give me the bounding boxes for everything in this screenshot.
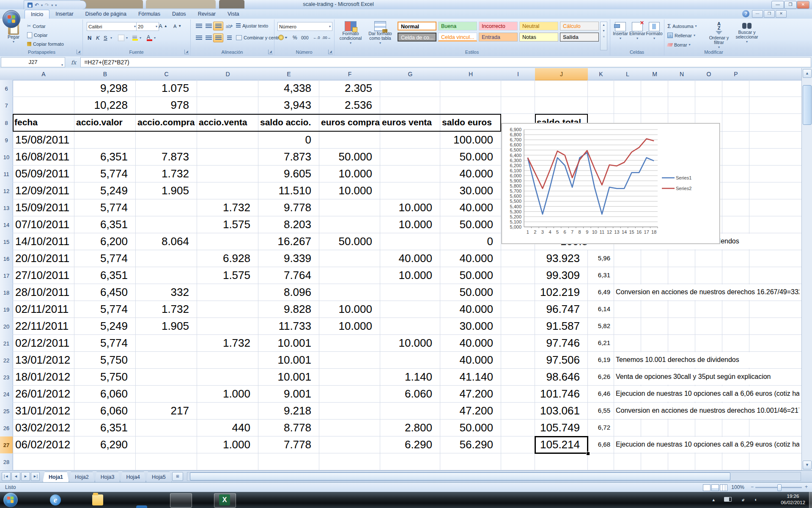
row-header-17[interactable]: 17	[0, 267, 13, 284]
cell-C16[interactable]	[136, 250, 197, 267]
row-header-18[interactable]: 18	[0, 284, 13, 301]
cell-G26[interactable]: 2.800	[380, 420, 440, 436]
cell-F19[interactable]: 10.000	[319, 301, 380, 318]
cell-D11[interactable]	[197, 166, 258, 182]
cell-J19[interactable]: 96.747	[535, 301, 588, 318]
scroll-up-arrow-icon[interactable]: ▲	[803, 69, 812, 78]
sheet-tab-hoja5[interactable]: Hoja5	[146, 472, 172, 482]
cell-E27[interactable]: 7.778	[258, 436, 319, 453]
cell-J21[interactable]: 97.746	[535, 335, 588, 352]
cell-G13[interactable]: 10.000	[380, 199, 440, 216]
format-as-table-button[interactable]: Dar formato como tabla▾	[366, 21, 394, 45]
cell-B9[interactable]	[74, 132, 136, 149]
cell-A8[interactable]: fecha	[13, 114, 74, 132]
increase-decimal-button[interactable]: ←.0	[313, 33, 320, 41]
cell-D14[interactable]: 1.575	[197, 216, 258, 233]
cell-J6[interactable]	[535, 80, 588, 97]
cell-F28[interactable]	[319, 453, 380, 470]
cell-C15[interactable]: 8.064	[136, 233, 197, 250]
cell-D18[interactable]	[197, 284, 258, 301]
cell-G16[interactable]: 40.000	[380, 250, 440, 267]
cell-J7[interactable]	[535, 97, 588, 114]
cell-C20[interactable]: 1.905	[136, 318, 197, 335]
cell-C22[interactable]	[136, 352, 197, 369]
cell-A24[interactable]: 26/01/2012	[13, 386, 74, 403]
cell-C21[interactable]	[136, 335, 197, 352]
cell-E17[interactable]: 7.764	[258, 267, 319, 284]
cell-C11[interactable]: 1.732	[136, 166, 197, 182]
cell-M26[interactable]	[641, 420, 668, 436]
cell-I7[interactable]	[501, 97, 535, 114]
cell-G28[interactable]	[380, 453, 440, 470]
tab-diseño-de-página[interactable]: Diseño de página	[80, 10, 132, 19]
cell-G22[interactable]	[380, 352, 440, 369]
selected-cell-outline[interactable]	[535, 436, 588, 454]
cell-style-celda-vincul-[interactable]: Celda vincul...	[438, 33, 477, 41]
tab-fórmulas[interactable]: Fórmulas	[132, 10, 166, 19]
cell-D23[interactable]	[197, 369, 258, 386]
cell-B28[interactable]	[74, 453, 136, 470]
cell-G27[interactable]: 6.290	[380, 436, 440, 453]
row-header-28[interactable]: 28	[0, 453, 13, 470]
cell-L16[interactable]	[614, 250, 641, 267]
underline-button[interactable]: S	[104, 34, 107, 42]
cell-A10[interactable]: 16/08/2011	[13, 149, 74, 166]
cell-L17[interactable]	[614, 267, 641, 284]
cell-N16[interactable]	[668, 250, 695, 267]
cell-H23[interactable]: 41.140	[440, 369, 501, 386]
cell-D7[interactable]	[197, 97, 258, 114]
network-icon[interactable]: ⸙	[742, 497, 745, 502]
accounting-format-button[interactable]: ▾	[278, 33, 287, 41]
cell-N28[interactable]	[668, 453, 695, 470]
cell-B6[interactable]: 9,298	[74, 80, 136, 97]
cell-C8[interactable]: accio.compra	[136, 114, 197, 132]
cell-C19[interactable]: 1.732	[136, 301, 197, 318]
cell-H28[interactable]	[440, 453, 501, 470]
cell-F27[interactable]	[319, 436, 380, 453]
cell-K22[interactable]: 6,19	[588, 352, 614, 369]
column-header-N[interactable]: N	[668, 68, 696, 80]
cell-G20[interactable]	[380, 318, 440, 335]
cell-G24[interactable]: 6.060	[380, 386, 440, 403]
cell-D9[interactable]	[197, 132, 258, 149]
cell-B26[interactable]: 6,351	[74, 420, 136, 436]
cell-F7[interactable]: 2.536	[319, 97, 380, 114]
cell-L7[interactable]	[614, 97, 641, 114]
cell-E22[interactable]: 10.001	[258, 352, 319, 369]
cell-O20[interactable]	[695, 318, 722, 335]
cell-B21[interactable]: 5,774	[74, 335, 136, 352]
cell-C13[interactable]	[136, 199, 197, 216]
copy-button[interactable]: Copiar	[27, 31, 47, 39]
cell-F11[interactable]: 10.000	[319, 166, 380, 182]
restore-button[interactable]: ❐	[784, 1, 797, 9]
cell-E7[interactable]: 3,943	[258, 97, 319, 114]
zoom-out-icon[interactable]: −	[751, 484, 754, 490]
column-header-L[interactable]: L	[614, 68, 642, 80]
cell-F18[interactable]	[319, 284, 380, 301]
office-button[interactable]	[3, 10, 20, 28]
cell-I18[interactable]	[501, 284, 535, 301]
cell-A18[interactable]: 28/10/2011	[13, 284, 74, 301]
cell-B19[interactable]: 5,774	[74, 301, 136, 318]
cell-N21[interactable]	[668, 335, 695, 352]
cell-H6[interactable]	[440, 80, 501, 97]
column-header-J[interactable]: J	[535, 68, 588, 80]
cell-F10[interactable]: 50.000	[319, 149, 380, 166]
cell-E6[interactable]: 4,338	[258, 80, 319, 97]
cell-E12[interactable]: 11.510	[258, 182, 319, 199]
cell-G6[interactable]	[380, 80, 440, 97]
insert-cells-button[interactable]: Insertar▾	[612, 22, 628, 41]
cell-K23[interactable]: 6,26	[588, 369, 614, 386]
cell-I17[interactable]	[501, 267, 535, 284]
cell-K6[interactable]	[588, 80, 614, 97]
cell-E20[interactable]: 11.733	[258, 318, 319, 335]
cell-D12[interactable]	[197, 182, 258, 199]
last-sheet-icon[interactable]: ►|	[31, 472, 40, 481]
number-format-combo[interactable]: Número▾	[277, 22, 332, 31]
sheet-tab-hoja3[interactable]: Hoja3	[95, 472, 121, 482]
zoom-slider-knob[interactable]	[777, 484, 782, 491]
row-header-25[interactable]: 25	[0, 403, 13, 420]
cell-D6[interactable]	[197, 80, 258, 97]
cell-P28[interactable]	[722, 453, 749, 470]
zoom-in-icon[interactable]: +	[805, 484, 808, 490]
